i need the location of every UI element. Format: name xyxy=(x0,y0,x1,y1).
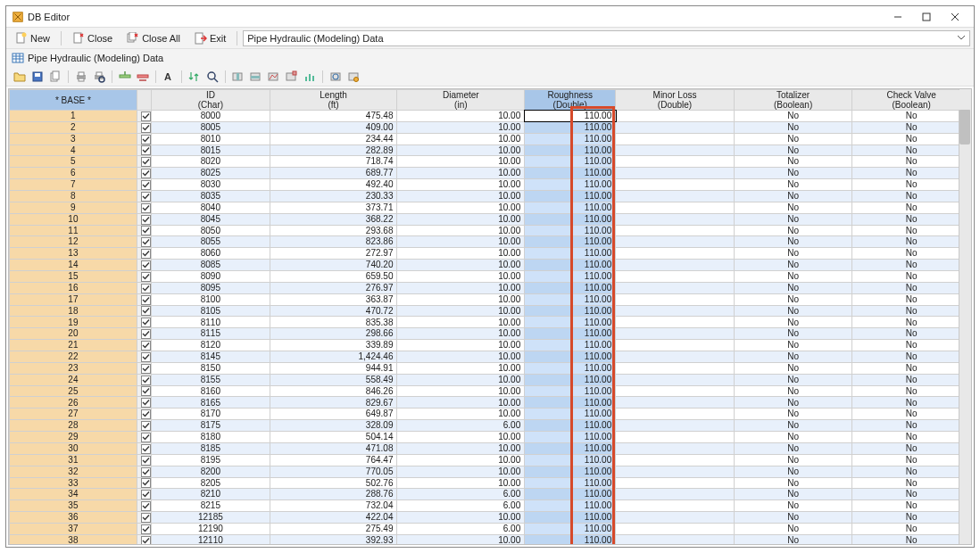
id-cell[interactable]: 8120 xyxy=(152,340,270,351)
length-cell[interactable]: 835.38 xyxy=(270,317,397,328)
diameter-cell[interactable]: 10.00 xyxy=(397,374,525,385)
totalizer-cell[interactable]: No xyxy=(734,328,852,340)
row-number-cell[interactable]: 12 xyxy=(10,236,137,248)
totalizer-cell[interactable]: No xyxy=(734,191,852,202)
totalizer-cell[interactable]: No xyxy=(734,133,852,144)
diameter-cell[interactable]: 10.00 xyxy=(397,409,525,420)
minorloss-cell[interactable] xyxy=(616,317,735,328)
diameter-cell[interactable]: 6.00 xyxy=(397,489,525,500)
row-number-cell[interactable]: 30 xyxy=(10,442,137,454)
row-number-cell[interactable]: 20 xyxy=(10,328,137,340)
block-edit2-button[interactable] xyxy=(248,69,264,85)
table-row[interactable]: 178100363.8710.00110.00NoNo xyxy=(10,293,971,305)
totalizer-cell[interactable]: No xyxy=(734,500,852,512)
diameter-cell[interactable]: 6.00 xyxy=(397,420,525,432)
checkvalve-cell[interactable]: No xyxy=(852,133,971,144)
id-cell[interactable]: 8035 xyxy=(152,191,270,202)
sort-button[interactable] xyxy=(187,69,203,85)
totalizer-cell[interactable]: No xyxy=(734,385,852,397)
id-cell[interactable]: 8160 xyxy=(152,385,270,397)
checkvalve-cell[interactable]: No xyxy=(852,191,971,202)
totalizer-cell[interactable]: No xyxy=(734,111,852,122)
minorloss-cell[interactable] xyxy=(616,293,735,305)
length-cell[interactable]: 770.05 xyxy=(270,466,397,477)
row-number-cell[interactable]: 35 xyxy=(10,500,137,512)
block-edit4-button[interactable] xyxy=(284,69,300,85)
length-cell[interactable]: 470.72 xyxy=(270,305,397,317)
column-header-length[interactable]: Length(ft) xyxy=(270,90,397,111)
id-cell[interactable]: 8210 xyxy=(152,489,270,500)
totalizer-cell[interactable]: No xyxy=(734,271,852,283)
roughness-cell[interactable]: 110.00 xyxy=(525,191,616,202)
totalizer-cell[interactable]: No xyxy=(734,489,852,500)
table-row[interactable]: 48015282.8910.00110.00NoNo xyxy=(10,144,971,156)
minorloss-cell[interactable] xyxy=(616,512,735,524)
roughness-cell[interactable]: 110.00 xyxy=(525,156,616,168)
roughness-cell[interactable]: 110.00 xyxy=(525,385,616,397)
id-cell[interactable]: 8060 xyxy=(152,248,270,260)
table-row[interactable]: 3812110392.9310.00110.00NoNo xyxy=(10,534,971,544)
table-row[interactable]: 288175328.096.00110.00NoNo xyxy=(10,420,971,432)
new-button[interactable]: New xyxy=(10,30,55,46)
length-cell[interactable]: 293.68 xyxy=(270,225,397,236)
length-cell[interactable]: 392.93 xyxy=(270,534,397,544)
checkvalve-cell[interactable]: No xyxy=(852,225,971,236)
row-number-cell[interactable]: 14 xyxy=(10,260,137,271)
row-checkbox[interactable] xyxy=(137,523,151,534)
roughness-cell[interactable]: 110.00 xyxy=(525,362,616,374)
row-number-cell[interactable]: 26 xyxy=(10,397,137,409)
column-header-diameter[interactable]: Diameter(in) xyxy=(397,90,525,111)
id-cell[interactable]: 8045 xyxy=(152,213,270,225)
id-cell[interactable]: 8095 xyxy=(152,282,270,293)
minorloss-cell[interactable] xyxy=(616,213,735,225)
row-number-cell[interactable]: 34 xyxy=(10,489,137,500)
minorloss-cell[interactable] xyxy=(616,236,735,248)
table-row[interactable]: 308185471.0810.00110.00NoNo xyxy=(10,442,971,454)
row-checkbox[interactable] xyxy=(137,156,151,168)
table-row[interactable]: 188105470.7210.00110.00NoNo xyxy=(10,305,971,317)
diameter-cell[interactable]: 10.00 xyxy=(397,202,525,213)
totalizer-cell[interactable]: No xyxy=(734,305,852,317)
minorloss-cell[interactable] xyxy=(616,168,735,179)
id-cell[interactable]: 8195 xyxy=(152,454,270,466)
length-cell[interactable]: 764.47 xyxy=(270,454,397,466)
font-button[interactable]: A xyxy=(161,69,177,85)
length-cell[interactable]: 740.20 xyxy=(270,260,397,271)
diameter-cell[interactable]: 10.00 xyxy=(397,397,525,409)
print-button[interactable] xyxy=(73,69,89,85)
delete-row-button[interactable] xyxy=(135,69,151,85)
checkvalve-cell[interactable]: No xyxy=(852,179,971,191)
table-row[interactable]: 158090659.5010.00110.00NoNo xyxy=(10,271,971,283)
checkvalve-cell[interactable]: No xyxy=(852,489,971,500)
row-checkbox[interactable] xyxy=(137,340,151,351)
column-header-id[interactable]: ID(Char) xyxy=(152,90,270,111)
row-number-cell[interactable]: 28 xyxy=(10,420,137,432)
table-row[interactable]: 258160846.2610.00110.00NoNo xyxy=(10,385,971,397)
table-row[interactable]: 88035230.3310.00110.00NoNo xyxy=(10,191,971,202)
length-cell[interactable]: 659.50 xyxy=(270,271,397,283)
row-number-cell[interactable]: 27 xyxy=(10,409,137,420)
length-cell[interactable]: 272.97 xyxy=(270,248,397,260)
roughness-cell[interactable]: 110.00 xyxy=(525,523,616,534)
id-cell[interactable]: 8100 xyxy=(152,293,270,305)
minorloss-cell[interactable] xyxy=(616,534,735,544)
checkvalve-cell[interactable]: No xyxy=(852,168,971,179)
diameter-cell[interactable]: 10.00 xyxy=(397,466,525,477)
row-number-cell[interactable]: 2 xyxy=(10,121,137,133)
row-number-cell[interactable]: 37 xyxy=(10,523,137,534)
minorloss-cell[interactable] xyxy=(616,385,735,397)
row-number-cell[interactable]: 16 xyxy=(10,282,137,293)
diameter-cell[interactable]: 10.00 xyxy=(397,432,525,443)
row-number-cell[interactable]: 33 xyxy=(10,477,137,489)
checkvalve-cell[interactable]: No xyxy=(852,293,971,305)
table-row[interactable]: 98040373.7110.00110.00NoNo xyxy=(10,202,971,213)
table-row[interactable]: 68025689.7710.00110.00NoNo xyxy=(10,168,971,179)
block-edit1-button[interactable] xyxy=(230,69,246,85)
totalizer-cell[interactable]: No xyxy=(734,225,852,236)
checkvalve-cell[interactable]: No xyxy=(852,512,971,524)
id-cell[interactable]: 8025 xyxy=(152,168,270,179)
roughness-cell[interactable]: 110.00 xyxy=(525,144,616,156)
diameter-cell[interactable]: 10.00 xyxy=(397,512,525,524)
checkvalve-cell[interactable]: No xyxy=(852,271,971,283)
diameter-cell[interactable]: 10.00 xyxy=(397,454,525,466)
